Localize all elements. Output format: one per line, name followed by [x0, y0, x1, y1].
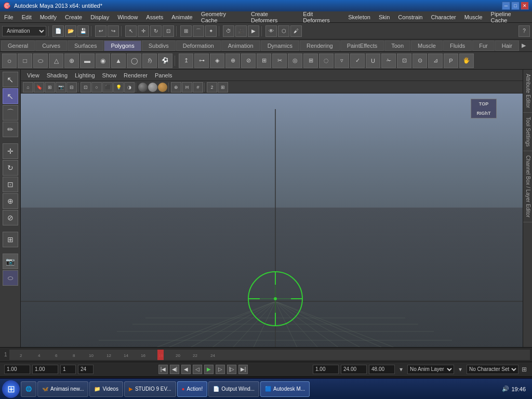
- char-set-icon[interactable]: ⊞: [521, 366, 528, 373]
- move-tool[interactable]: ✛: [3, 143, 18, 159]
- tool-settings-tab[interactable]: Tool Settings: [523, 113, 532, 151]
- sculpt-btn[interactable]: 🖐: [459, 54, 474, 68]
- vp-light-btn[interactable]: 💡: [113, 82, 124, 92]
- anim-layer-select[interactable]: No Anim Layer: [407, 365, 454, 374]
- cone-btn[interactable]: △: [49, 54, 63, 68]
- sphere-btn[interactable]: ○: [2, 54, 17, 68]
- vp-texture-btn[interactable]: ⬛: [102, 82, 113, 92]
- help-btn[interactable]: ?: [518, 25, 530, 37]
- tab-toon[interactable]: Toon: [384, 41, 410, 51]
- tab-surfaces[interactable]: Surfaces: [68, 41, 103, 51]
- poke-btn[interactable]: ⊙: [413, 54, 427, 68]
- menu-character[interactable]: Character: [427, 11, 460, 22]
- channel-box-tab[interactable]: Channel Box / Layer Editor: [523, 151, 532, 222]
- play-forward-btn[interactable]: ▶: [204, 365, 214, 374]
- frame-step-input[interactable]: [60, 365, 76, 374]
- snap-grid-btn[interactable]: ⊞: [180, 25, 192, 37]
- paint-select-tool[interactable]: ✏: [3, 122, 18, 137]
- tab-polygons[interactable]: Polygons: [104, 41, 141, 51]
- vp-smooth-btn[interactable]: ○: [91, 82, 102, 92]
- play-back-btn[interactable]: ◁: [193, 365, 202, 374]
- vp-texture-sphere[interactable]: [158, 83, 167, 92]
- redo-btn[interactable]: ↪: [108, 25, 119, 37]
- menu-file[interactable]: File: [0, 11, 18, 22]
- selection-mask-btn[interactable]: ⬡: [278, 25, 289, 37]
- move-tool-btn[interactable]: ✛: [138, 25, 149, 37]
- prev-key-btn[interactable]: ◀|: [170, 365, 179, 374]
- smooth-btn[interactable]: ◌: [319, 54, 334, 68]
- view-cube-top[interactable]: TOP: [471, 99, 497, 109]
- insert-loop-btn[interactable]: ⊞: [257, 54, 271, 68]
- history-btn[interactable]: ⏱: [223, 25, 234, 37]
- menu-edit[interactable]: Edit: [18, 11, 36, 22]
- character-set-select[interactable]: No Character Set: [467, 365, 518, 374]
- range-end-input[interactable]: [341, 365, 367, 374]
- disk-btn[interactable]: ◉: [96, 54, 110, 68]
- merge-btn[interactable]: ⊕: [225, 54, 240, 68]
- taskbar-videos[interactable]: 📁 Videos: [89, 381, 123, 397]
- vp-shadows-btn[interactable]: ◑: [124, 82, 135, 92]
- combine-btn[interactable]: ⊞: [303, 54, 318, 68]
- multi-cut-btn[interactable]: ✁: [381, 54, 396, 68]
- rotate-tool[interactable]: ↻: [3, 160, 18, 176]
- vp-camera-btn[interactable]: 📷: [56, 82, 66, 92]
- taskbar-animasi[interactable]: 🦋 Animasi new...: [37, 381, 88, 397]
- playback-speed-input[interactable]: [32, 365, 58, 374]
- step-back-btn[interactable]: ◀: [181, 365, 191, 374]
- tab-animation[interactable]: Animation: [221, 41, 260, 51]
- snap-curve-btn[interactable]: ⌒: [193, 25, 204, 37]
- tab-muscle[interactable]: Muscle: [411, 41, 443, 51]
- end-frame-input[interactable]: [78, 365, 94, 374]
- wedge-btn[interactable]: ⊿: [428, 54, 443, 68]
- goto-start-btn[interactable]: |◀: [158, 365, 168, 374]
- menu-animate[interactable]: Animate: [167, 11, 196, 22]
- tabs-scroll-right[interactable]: ▶: [520, 42, 528, 49]
- menu-muscle[interactable]: Muscle: [460, 11, 487, 22]
- speaker-icon[interactable]: 🔊: [502, 385, 509, 392]
- vp-wireframe-btn[interactable]: ⊡: [81, 82, 91, 92]
- vp-lighting-sphere[interactable]: [138, 83, 148, 92]
- menu-constrain[interactable]: Constrain: [394, 11, 427, 22]
- paint-btn[interactable]: 🖌: [290, 25, 302, 37]
- render-btn[interactable]: 🎥: [235, 25, 247, 37]
- show-manip-tool[interactable]: ⊞: [3, 232, 18, 247]
- vp-menu-show[interactable]: Show: [99, 72, 120, 78]
- pipe-btn[interactable]: ◯: [127, 54, 141, 68]
- range-end2-input[interactable]: [369, 365, 395, 374]
- scale-tool[interactable]: ⊡: [3, 177, 18, 192]
- batch-render-btn[interactable]: ▶: [248, 25, 259, 37]
- vp-isolate-btn[interactable]: ⊕: [171, 82, 181, 92]
- lasso-tool[interactable]: ⌒: [3, 105, 18, 121]
- start-button[interactable]: ⊞: [2, 380, 20, 398]
- select-tool[interactable]: ↖: [3, 72, 18, 87]
- tab-general[interactable]: General: [1, 41, 35, 51]
- vp-grid-btn[interactable]: #: [193, 82, 203, 92]
- range-start-input[interactable]: [313, 365, 339, 374]
- vp-home-btn[interactable]: ⌂: [23, 82, 33, 92]
- vp-menu-shading[interactable]: Shading: [44, 72, 71, 78]
- tab-fur[interactable]: Fur: [472, 41, 495, 51]
- pyramid-btn[interactable]: ▲: [111, 54, 126, 68]
- menu-window[interactable]: Window: [113, 11, 142, 22]
- bevel-btn[interactable]: ◈: [210, 54, 224, 68]
- anim-layer-arrow[interactable]: ▾: [456, 365, 464, 374]
- menu-create[interactable]: Create: [61, 11, 86, 22]
- mode-select[interactable]: Animation: [2, 26, 46, 36]
- menu-pipeline-cache[interactable]: Pipeline Cache: [487, 11, 532, 22]
- taskbar-action[interactable]: ● Action!: [177, 381, 208, 397]
- helix-btn[interactable]: ℌ: [142, 54, 157, 68]
- tab-curves[interactable]: Curves: [35, 41, 67, 51]
- cube-btn[interactable]: □: [18, 54, 32, 68]
- close-button[interactable]: ✕: [521, 2, 529, 10]
- vp-resolution-btn[interactable]: ⊟: [66, 82, 77, 92]
- tab-fluids[interactable]: Fluids: [443, 41, 472, 51]
- timeline-track[interactable]: 2 4 6 8 10 12 14 16 18 20 22 24: [9, 350, 530, 360]
- cylinder-btn[interactable]: ⬭: [33, 54, 48, 68]
- create-poly-tool-btn[interactable]: P: [444, 54, 458, 68]
- range-arrow[interactable]: ▾: [397, 365, 405, 374]
- viewport-canvas[interactable]: X Y Z persp TOP RIGhT: [21, 94, 523, 347]
- show-hide-btn[interactable]: 👁: [265, 25, 277, 37]
- taskbar-ie[interactable]: 🌐: [21, 381, 36, 397]
- undo-btn[interactable]: ↩: [95, 25, 107, 37]
- menu-edit-deformers[interactable]: Edit Deformers: [299, 11, 344, 22]
